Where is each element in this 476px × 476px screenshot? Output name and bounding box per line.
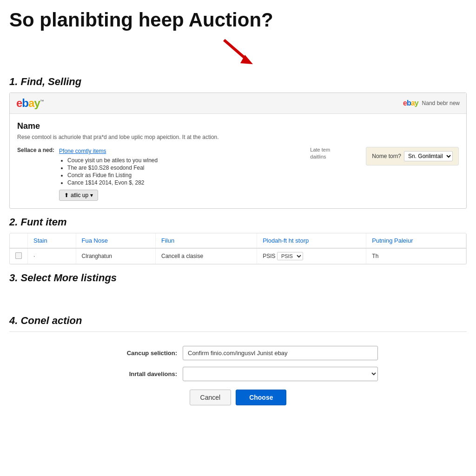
sellace-label: Sellace a ned: bbox=[17, 147, 54, 153]
ebay-logo-sm: ebay bbox=[403, 99, 418, 107]
table-row: · Clranghatun Cancell a clasise PSIS PSI… bbox=[10, 248, 466, 264]
col-plodah[interactable]: Plodah-ft ht storp bbox=[257, 233, 366, 248]
step2-heading: 2. Funt item bbox=[9, 216, 467, 228]
ebay-middle-col: Late tem daitlins bbox=[310, 147, 357, 161]
dropdown-arrow-icon: ▾ bbox=[90, 192, 93, 198]
field2-row: Inrtall davelions: bbox=[9, 367, 467, 381]
ebay-panel: ebay™ ebay Nand bebr new Name Rese comto… bbox=[9, 93, 467, 209]
ebay-body: Name Rese comtool is achuriole that pra*… bbox=[10, 114, 466, 208]
nome-torn-label: Nome torn? bbox=[372, 153, 401, 159]
list-item: Couce yisit un be atiles to you wlned bbox=[67, 157, 158, 164]
ebay-section-title: Name bbox=[17, 121, 459, 131]
atlic-btn-group: ⬆ atlic up ▾ bbox=[59, 190, 158, 201]
col-filun[interactable]: Filun bbox=[156, 233, 257, 248]
field1-row: Cancup seliction: bbox=[9, 346, 467, 360]
col-putning[interactable]: Putning Paleiur bbox=[366, 233, 466, 248]
arrow-container bbox=[9, 35, 467, 69]
red-arrow-icon bbox=[219, 35, 257, 69]
header-right-label: Nand bebr new bbox=[422, 100, 460, 106]
list-item: Cance 1$14 2014, Evon $, 282 bbox=[67, 179, 158, 186]
step3-heading: 3. Select More listings bbox=[9, 272, 467, 284]
ebay-header-right: ebay Nand bebr new bbox=[403, 99, 460, 107]
late-tem-label: Late tem bbox=[310, 147, 357, 152]
nome-box: Nome torn? Sn. Gonlimtail bbox=[366, 147, 459, 165]
items-list: Couce yisit un be atiles to you wlned Th… bbox=[67, 157, 158, 186]
list-item: Conclr as Fidue fin Listing bbox=[67, 172, 158, 178]
step4-heading: 4. Conel action bbox=[9, 315, 467, 327]
field1-input[interactable] bbox=[183, 346, 378, 360]
ebay-header-bar: ebay™ ebay Nand bebr new bbox=[10, 93, 466, 114]
row-col5: PSIS PSIS bbox=[257, 248, 366, 264]
ebay-logo-e: e bbox=[16, 97, 22, 109]
row-col6: Th bbox=[366, 248, 466, 264]
button-row: Cancel Choose bbox=[9, 390, 467, 405]
ebay-logo-b: b bbox=[22, 97, 28, 109]
row-col3: Clranghatun bbox=[76, 248, 155, 264]
row-checkbox-cell[interactable] bbox=[10, 248, 28, 264]
step1-heading: 1. Find, Selling bbox=[9, 76, 467, 88]
ebay-logo: ebay™ bbox=[16, 97, 44, 110]
daitlins-label: daitlins bbox=[310, 154, 357, 159]
table-section: Stain Fua Nose Filun Plodah-ft ht storp … bbox=[9, 233, 467, 264]
ebay-content-row: Sellace a ned: Pfone comtly items Couce … bbox=[17, 147, 459, 201]
atlic-up-button[interactable]: ⬆ atlic up ▾ bbox=[59, 190, 98, 201]
nome-select[interactable]: Sn. Gonlimtail bbox=[404, 151, 453, 161]
upload-icon: ⬆ bbox=[64, 192, 69, 198]
col-stain[interactable]: Stain bbox=[28, 233, 76, 248]
field2-select[interactable] bbox=[183, 367, 378, 381]
table-body: · Clranghatun Cancell a clasise PSIS PSI… bbox=[10, 248, 466, 264]
pfone-link[interactable]: Pfone comtly items bbox=[59, 148, 106, 154]
step3-area bbox=[9, 289, 467, 307]
page-main-title: So planibting heep Auction? bbox=[9, 0, 467, 35]
col-fua-nose[interactable]: Fua Nose bbox=[76, 233, 155, 248]
checkbox-box[interactable] bbox=[15, 252, 22, 259]
status-dropdown[interactable]: PSIS bbox=[277, 252, 303, 260]
table-header-row: Stain Fua Nose Filun Plodah-ft ht storp … bbox=[10, 233, 466, 248]
ebay-left-col: Sellace a ned: Pfone comtly items Couce … bbox=[17, 147, 301, 201]
ebay-right-col: Nome torn? Sn. Gonlimtail bbox=[366, 147, 459, 165]
table-head: Stain Fua Nose Filun Plodah-ft ht storp … bbox=[10, 233, 466, 248]
divider bbox=[9, 331, 467, 332]
ebay-logo-a: a bbox=[28, 97, 34, 109]
ebay-logo-y: y bbox=[34, 97, 40, 109]
step4-area: Cancup seliction: Inrtall davelions: Can… bbox=[9, 338, 467, 413]
cancel-button[interactable]: Cancel bbox=[190, 390, 231, 405]
choose-button[interactable]: Choose bbox=[236, 390, 286, 405]
ebay-desc: Rese comtool is achuriole that pra*d and… bbox=[17, 134, 459, 140]
col-checkbox bbox=[10, 233, 28, 248]
row-col1: · bbox=[28, 248, 76, 264]
field1-label: Cancup seliction: bbox=[98, 350, 177, 357]
list-item: The are $10.S28 esodond Feal bbox=[67, 165, 158, 171]
left-content: Pfone comtly items Couce yisit un be ati… bbox=[59, 147, 158, 201]
field2-label: Inrtall davelions: bbox=[98, 370, 177, 377]
row-col4: Cancell a clasise bbox=[156, 248, 257, 264]
data-table: Stain Fua Nose Filun Plodah-ft ht storp … bbox=[10, 233, 466, 264]
